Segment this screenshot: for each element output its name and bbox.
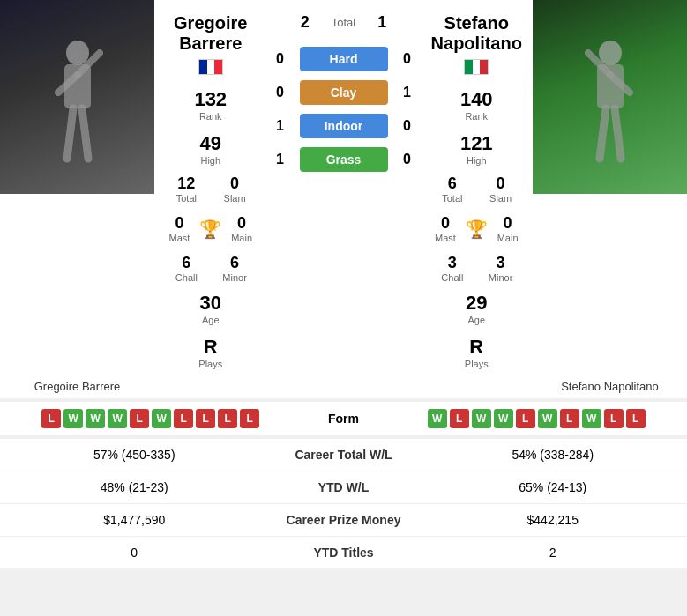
player-names-bar: Gregoire Barrere Stefano Napolitano bbox=[0, 375, 687, 398]
form-badge-left: L bbox=[196, 409, 215, 428]
left-age: 30 Age bbox=[154, 286, 267, 330]
stats-row: 0YTD Titles2 bbox=[0, 537, 687, 568]
left-high: 49 High bbox=[154, 127, 267, 171]
left-player-photo bbox=[0, 0, 154, 194]
right-player-header: Stefano Napolitano bbox=[421, 0, 534, 83]
svg-point-6 bbox=[599, 41, 622, 65]
left-mast-cell: 0 Mast bbox=[167, 211, 191, 247]
hard-row: 0 Hard 0 bbox=[272, 47, 416, 71]
form-badge-left: L bbox=[240, 409, 259, 428]
right-slam-cell: 0 Slam bbox=[477, 171, 524, 207]
right-chall-cell: 3 Chall bbox=[429, 250, 476, 286]
left-total-slam: 12 Total 0 Slam bbox=[154, 171, 267, 207]
left-trophy-icon: 🏆 bbox=[199, 219, 221, 240]
form-badge-right: L bbox=[604, 409, 624, 428]
indoor-score-left: 1 bbox=[272, 118, 289, 134]
total-label: Total bbox=[332, 16, 355, 29]
form-badge-left: L bbox=[218, 409, 237, 428]
grass-row: 1 Grass 0 bbox=[272, 147, 416, 172]
clay-badge: Clay bbox=[300, 80, 388, 105]
center-courts-panel: 2 Total 1 0 Hard 0 0 Clay 1 1 Indoor 0 bbox=[267, 0, 421, 375]
stat-center-label: Career Prize Money bbox=[256, 513, 432, 527]
right-player-flag bbox=[464, 59, 489, 78]
form-badge-right: W bbox=[494, 409, 513, 428]
right-total-score: 1 bbox=[377, 13, 386, 32]
stat-left-value: 57% (450-335) bbox=[13, 448, 256, 462]
form-badge-left: L bbox=[130, 409, 149, 428]
clay-row: 0 Clay 1 bbox=[272, 80, 416, 105]
left-player-name: Gregoire Barrere bbox=[174, 13, 247, 54]
stat-left-value: 48% (21-23) bbox=[13, 480, 256, 494]
left-main-cell: 0 Main bbox=[229, 211, 254, 247]
left-total-score: 2 bbox=[301, 13, 310, 32]
svg-line-4 bbox=[67, 108, 73, 159]
form-badge-left: W bbox=[86, 409, 105, 428]
form-badge-right: W bbox=[582, 409, 601, 428]
hard-score-left: 0 bbox=[272, 51, 289, 67]
stats-row: 48% (21-23)YTD W/L65% (24-13) bbox=[0, 471, 687, 504]
indoor-row: 1 Indoor 0 bbox=[272, 114, 416, 138]
right-player-photo bbox=[533, 0, 687, 194]
form-badge-left: W bbox=[152, 409, 171, 428]
right-mast-cell: 0 Mast bbox=[433, 211, 458, 247]
right-total-cell: 6 Total bbox=[429, 171, 476, 207]
hard-badge: Hard bbox=[300, 47, 388, 71]
form-badge-right: L bbox=[560, 409, 579, 428]
form-badge-right: W bbox=[428, 409, 447, 428]
stat-right-value: 54% (338-284) bbox=[432, 448, 675, 462]
right-plays: R Plays bbox=[421, 330, 534, 375]
left-player-header: Gregoire Barrere bbox=[154, 0, 267, 83]
main-container: Gregoire Barrere 132 Rank 49 High 1 bbox=[0, 0, 687, 568]
stat-right-value: $442,215 bbox=[432, 513, 675, 527]
stat-right-value: 2 bbox=[432, 545, 675, 560]
indoor-score-right: 0 bbox=[399, 118, 416, 134]
stats-row: $1,477,590Career Prize Money$442,215 bbox=[0, 504, 687, 537]
right-mast-main: 0 Mast 🏆 0 Main bbox=[421, 207, 534, 250]
left-total-cell: 12 Total bbox=[163, 171, 210, 207]
right-trophy-icon: 🏆 bbox=[466, 219, 488, 240]
clay-score-left: 0 bbox=[272, 85, 289, 100]
form-badge-left: W bbox=[108, 409, 127, 428]
left-mast-main: 0 Mast 🏆 0 Main bbox=[154, 207, 267, 250]
right-form-badges: WLWWLWLWLL bbox=[397, 409, 677, 428]
form-section: LWWWLWLLLL Form WLWWLWLWLL bbox=[0, 402, 687, 435]
right-player-name: Stefano Napolitano bbox=[431, 13, 522, 54]
clay-score-right: 1 bbox=[399, 85, 416, 100]
left-chall-cell: 6 Chall bbox=[163, 250, 210, 286]
form-badge-right: L bbox=[626, 409, 646, 428]
left-rank: 132 Rank bbox=[154, 83, 267, 127]
form-badge-right: W bbox=[538, 409, 557, 428]
svg-line-5 bbox=[82, 108, 88, 159]
stat-center-label: Career Total W/L bbox=[256, 448, 432, 462]
stat-left-value: 0 bbox=[13, 545, 256, 560]
left-player-flag bbox=[198, 59, 223, 78]
left-player-stats-panel: Gregoire Barrere 132 Rank 49 High 1 bbox=[154, 0, 267, 375]
form-badge-right: L bbox=[516, 409, 535, 428]
stat-center-label: YTD Titles bbox=[256, 545, 432, 560]
form-badge-left: L bbox=[174, 409, 193, 428]
grass-badge: Grass bbox=[300, 147, 388, 172]
grass-score-right: 0 bbox=[399, 152, 416, 167]
left-form-badges: LWWWLWLLLL bbox=[11, 409, 291, 428]
right-chall-minor: 3 Chall 3 Minor bbox=[421, 250, 534, 286]
stat-right-value: 65% (24-13) bbox=[432, 480, 675, 494]
left-slam-cell: 0 Slam bbox=[212, 171, 258, 207]
indoor-badge: Indoor bbox=[300, 114, 388, 138]
right-main-cell: 0 Main bbox=[496, 211, 520, 247]
form-badge-left: W bbox=[63, 409, 83, 428]
left-chall-minor: 6 Chall 6 Minor bbox=[154, 250, 267, 286]
player-comparison: Gregoire Barrere 132 Rank 49 High 1 bbox=[0, 0, 687, 375]
form-badge-right: W bbox=[472, 409, 491, 428]
right-high: 121 High bbox=[421, 127, 534, 171]
form-badge-right: L bbox=[450, 409, 469, 428]
left-player-name-under: Gregoire Barrere bbox=[0, 375, 154, 398]
right-player-name-under: Stefano Napolitano bbox=[533, 375, 687, 398]
right-minor-cell: 3 Minor bbox=[477, 250, 524, 286]
left-plays: R Plays bbox=[154, 330, 267, 375]
hard-score-right: 0 bbox=[399, 51, 416, 67]
right-player-stats-panel: Stefano Napolitano 140 Rank 121 High bbox=[421, 0, 534, 375]
stats-section: 57% (450-335)Career Total W/L54% (338-28… bbox=[0, 439, 687, 568]
stat-left-value: $1,477,590 bbox=[13, 513, 256, 527]
right-age: 29 Age bbox=[421, 286, 534, 330]
total-row: 2 Total 1 bbox=[301, 13, 387, 32]
